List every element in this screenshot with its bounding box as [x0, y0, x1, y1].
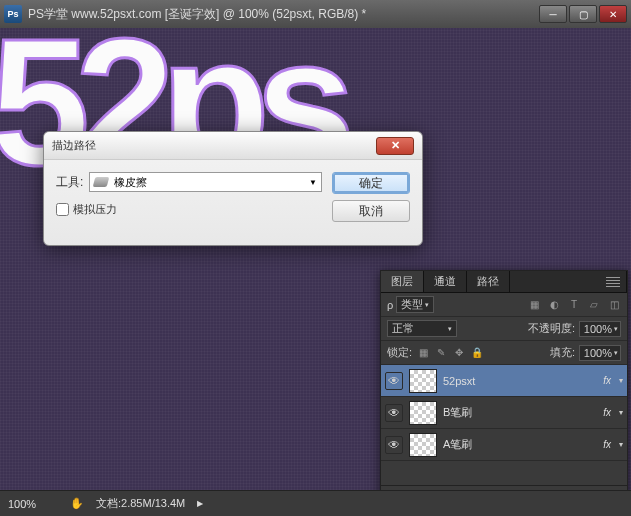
- title-bar: Ps PS学堂 www.52psxt.com [圣诞字效] @ 100% (52…: [0, 0, 631, 28]
- dialog-close-button[interactable]: ✕: [376, 137, 414, 155]
- stroke-path-dialog: 描边路径 ✕ 工具: 橡皮擦 ▼ 模拟压力 确定 取消: [43, 131, 423, 246]
- lock-label: 锁定:: [387, 345, 412, 360]
- layer-name: A笔刷: [443, 437, 597, 452]
- status-bar: 100% ✋ 文档:2.85M/13.4M ▶: [0, 490, 631, 516]
- filter-adjust-icon[interactable]: ◐: [547, 298, 561, 312]
- lock-position-icon[interactable]: ✥: [452, 346, 466, 360]
- layer-thumbnail[interactable]: [409, 433, 437, 457]
- layer-list: 👁 52psxt fx ▾ 👁 B笔刷 fx ▾ 👁 A笔刷 fx ▾: [381, 365, 627, 461]
- kind-dropdown[interactable]: 类型▾: [396, 296, 434, 313]
- fill-label: 填充:: [550, 345, 575, 360]
- filter-pixel-icon[interactable]: ▦: [527, 298, 541, 312]
- lock-pixels-icon[interactable]: ✎: [434, 346, 448, 360]
- layer-name: 52psxt: [443, 375, 597, 387]
- chevron-down-icon: ▼: [309, 178, 317, 187]
- maximize-button[interactable]: ▢: [569, 5, 597, 23]
- kind-icon: ρ: [387, 299, 393, 311]
- fx-badge[interactable]: fx: [603, 407, 611, 418]
- fill-input[interactable]: 100%▾: [579, 345, 621, 361]
- dialog-titlebar[interactable]: 描边路径 ✕: [44, 132, 422, 160]
- fx-badge[interactable]: fx: [603, 439, 611, 450]
- visibility-toggle[interactable]: 👁: [385, 436, 403, 454]
- minimize-button[interactable]: ─: [539, 5, 567, 23]
- filter-smart-icon[interactable]: ◫: [607, 298, 621, 312]
- simulate-pressure-checkbox[interactable]: [56, 203, 69, 216]
- layer-name: B笔刷: [443, 405, 597, 420]
- cancel-button[interactable]: 取消: [332, 200, 410, 222]
- layer-row[interactable]: 👁 A笔刷 fx ▾: [381, 429, 627, 461]
- close-window-button[interactable]: ✕: [599, 5, 627, 23]
- layers-panel: 图层 通道 路径 ρ 类型▾ ▦ ◐ T ▱ ◫ 正常▾ 不透明度: 100%▾…: [380, 270, 628, 510]
- layer-row[interactable]: 👁 52psxt fx ▾: [381, 365, 627, 397]
- tab-paths[interactable]: 路径: [467, 271, 510, 292]
- tab-layers[interactable]: 图层: [381, 271, 424, 292]
- layer-thumbnail[interactable]: [409, 401, 437, 425]
- panel-menu-button[interactable]: [510, 271, 627, 292]
- dialog-title-text: 描边路径: [52, 138, 96, 153]
- lock-all-icon[interactable]: 🔒: [470, 346, 484, 360]
- tab-channels[interactable]: 通道: [424, 271, 467, 292]
- opacity-input[interactable]: 100%▾: [579, 321, 621, 337]
- chevron-down-icon[interactable]: ▾: [619, 408, 623, 417]
- chevron-down-icon[interactable]: ▾: [619, 376, 623, 385]
- status-hand-icon[interactable]: ✋: [70, 497, 84, 510]
- tool-dropdown[interactable]: 橡皮擦 ▼: [89, 172, 322, 192]
- simulate-pressure-label: 模拟压力: [73, 202, 117, 217]
- layer-row[interactable]: 👁 B笔刷 fx ▾: [381, 397, 627, 429]
- blend-mode-dropdown[interactable]: 正常▾: [387, 320, 457, 337]
- fx-badge[interactable]: fx: [603, 375, 611, 386]
- chevron-down-icon[interactable]: ▾: [619, 440, 623, 449]
- visibility-toggle[interactable]: 👁: [385, 404, 403, 422]
- tool-label: 工具:: [56, 174, 83, 191]
- app-icon: Ps: [4, 5, 22, 23]
- eraser-icon: [93, 177, 110, 187]
- lock-transparency-icon[interactable]: ▦: [416, 346, 430, 360]
- visibility-toggle[interactable]: 👁: [385, 372, 403, 390]
- status-chevron-icon[interactable]: ▶: [197, 499, 203, 508]
- ok-button[interactable]: 确定: [332, 172, 410, 194]
- layer-thumbnail[interactable]: [409, 369, 437, 393]
- window-title: PS学堂 www.52psxt.com [圣诞字效] @ 100% (52psx…: [28, 6, 537, 23]
- doc-size[interactable]: 文档:2.85M/13.4M: [96, 496, 185, 511]
- zoom-level[interactable]: 100%: [8, 498, 58, 510]
- filter-shape-icon[interactable]: ▱: [587, 298, 601, 312]
- tool-value: 橡皮擦: [114, 175, 147, 190]
- opacity-label: 不透明度:: [528, 321, 575, 336]
- filter-text-icon[interactable]: T: [567, 298, 581, 312]
